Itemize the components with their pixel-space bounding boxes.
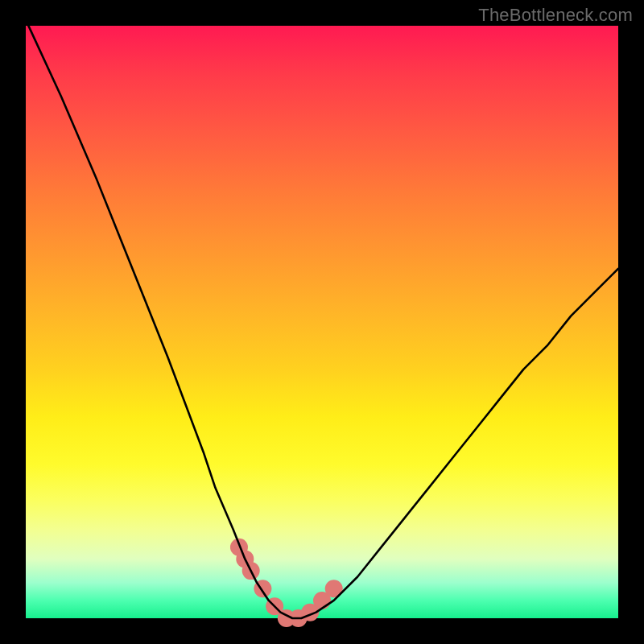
watermark-text: TheBottleneck.com [478, 5, 633, 26]
bottleneck-curve [26, 20, 618, 618]
plot-area [26, 26, 618, 618]
trough-marker-layer [230, 539, 343, 627]
chart-frame: TheBottleneck.com [0, 0, 644, 644]
chart-svg [26, 26, 618, 618]
